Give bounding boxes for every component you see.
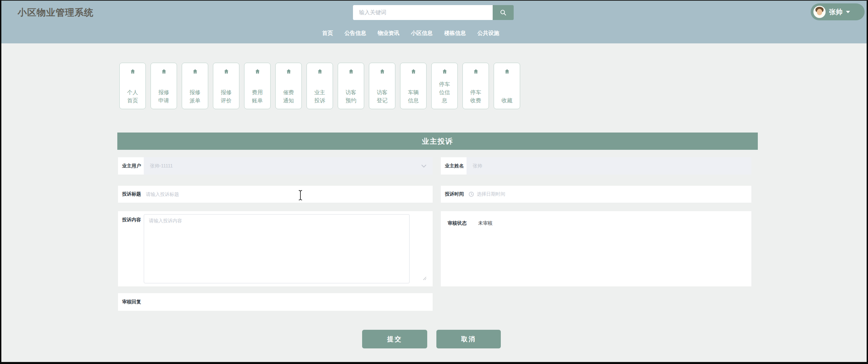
house-icon <box>473 68 479 74</box>
card-repair-review[interactable]: 报修评价 <box>213 63 239 109</box>
search-button[interactable] <box>493 5 514 20</box>
letterbox-top <box>0 0 868 1</box>
nav-item-announcements[interactable]: 公告信息 <box>344 30 366 37</box>
house-icon <box>411 68 416 74</box>
complaint-content-textarea[interactable] <box>144 214 410 283</box>
house-icon <box>255 68 260 74</box>
complaint-time-label-cell: 投诉时间 <box>441 186 467 203</box>
complaint-content-row: 投诉内容 <box>118 211 433 286</box>
search-bar <box>353 5 514 20</box>
owner-user-row: 业主用户 张帅-11111 <box>118 157 433 175</box>
resize-grip-icon[interactable] <box>423 276 427 282</box>
user-name: 张帅 <box>829 7 843 17</box>
house-icon <box>379 68 385 74</box>
review-status-row: 审核状态 未审核 <box>441 211 751 286</box>
text-cursor <box>298 190 303 202</box>
house-icon <box>161 68 167 74</box>
quick-access-cards: 个人首页 报修申请 报修派单 报修评价 费用账单 催费通知 业主投诉 访客预约 <box>119 63 520 109</box>
owner-user-select[interactable]: 张帅-11111 <box>144 157 433 175</box>
complaint-title-label-cell: 投诉标题 <box>118 186 144 203</box>
chevron-down-icon <box>421 163 427 169</box>
house-icon <box>286 68 292 74</box>
search-icon <box>500 9 507 16</box>
letterbox-right <box>867 0 868 364</box>
house-icon <box>130 68 136 74</box>
owner-name-label-cell: 业主姓名 <box>441 157 467 175</box>
app-title: 小区物业管理系统 <box>18 6 94 19</box>
card-repair-dispatch[interactable]: 报修派单 <box>182 63 208 109</box>
complaint-content-label-cell: 投诉内容 <box>118 211 144 286</box>
card-personal-home[interactable]: 个人首页 <box>119 63 146 109</box>
main-nav: 首页 公告信息 物业资讯 小区信息 楼栋信息 公共设施 <box>322 23 499 43</box>
complaint-title-row: 投诉标题 <box>118 186 433 203</box>
card-fee-bill[interactable]: 费用账单 <box>244 63 271 109</box>
top-header: 小区物业管理系统 张帅 首页 公告信息 物业资讯 小区信息 楼栋信息 <box>0 0 868 43</box>
card-parking-space-info[interactable]: 停车位信息 <box>431 63 458 109</box>
owner-name-label: 业主姓名 <box>445 163 464 169</box>
owner-name-placeholder: 张帅 <box>473 163 482 169</box>
review-reply-row[interactable]: 审核回复 <box>118 293 433 311</box>
complaint-content-label: 投诉内容 <box>122 217 141 223</box>
card-favorites[interactable]: 收藏 <box>494 63 520 109</box>
letterbox-bottom <box>0 362 868 364</box>
owner-user-label-cell: 业主用户 <box>118 157 144 175</box>
house-icon <box>223 68 229 74</box>
house-icon <box>442 68 448 74</box>
card-visitor-appointment[interactable]: 访客预约 <box>338 63 364 109</box>
owner-name-row: 业主姓名 张帅 <box>441 157 751 175</box>
letterbox-left <box>0 0 1 364</box>
card-fee-reminder[interactable]: 催费通知 <box>275 63 302 109</box>
owner-user-label: 业主用户 <box>122 163 141 169</box>
avatar <box>813 6 826 18</box>
card-owner-complaint[interactable]: 业主投诉 <box>307 63 333 109</box>
complaint-time-placeholder: 选择日期时间 <box>477 191 505 197</box>
review-status-value: 未审核 <box>478 220 492 226</box>
nav-item-building-info[interactable]: 楼栋信息 <box>444 30 466 37</box>
review-status-label: 审核状态 <box>448 220 467 226</box>
owner-user-value: 张帅-11111 <box>150 163 173 169</box>
house-icon <box>192 68 198 74</box>
complaint-time-label: 投诉时间 <box>445 191 464 197</box>
nav-item-property-news[interactable]: 物业资讯 <box>378 30 399 37</box>
review-reply-label: 审核回复 <box>122 299 141 305</box>
submit-button[interactable]: 提交 <box>362 330 427 348</box>
owner-name-field[interactable]: 张帅 <box>467 157 751 175</box>
card-repair-apply[interactable]: 报修申请 <box>151 63 177 109</box>
form-title: 业主投诉 <box>117 133 758 150</box>
app-root: 小区物业管理系统 张帅 首页 公告信息 物业资讯 小区信息 楼栋信息 <box>0 0 868 364</box>
complaint-title-label: 投诉标题 <box>122 191 141 197</box>
house-icon <box>504 68 510 74</box>
complaint-title-input[interactable] <box>144 186 433 203</box>
nav-item-community-info[interactable]: 小区信息 <box>411 30 433 37</box>
house-icon <box>348 68 354 74</box>
nav-item-public-facilities[interactable]: 公共设施 <box>477 30 499 37</box>
card-visitor-register[interactable]: 访客登记 <box>369 63 395 109</box>
card-vehicle-info[interactable]: 车辆信息 <box>400 63 427 109</box>
nav-item-home[interactable]: 首页 <box>322 30 333 37</box>
cancel-button[interactable]: 取消 <box>436 330 501 348</box>
form-title-text: 业主投诉 <box>422 137 453 146</box>
complaint-time-row: 投诉时间 选择日期时间 <box>441 186 751 203</box>
house-icon <box>317 68 323 74</box>
user-menu[interactable]: 张帅 <box>811 3 865 20</box>
complaint-time-picker[interactable]: 选择日期时间 <box>467 186 751 203</box>
chevron-down-icon <box>846 11 850 13</box>
card-parking-fee[interactable]: 停车收费 <box>462 63 489 109</box>
search-input[interactable] <box>353 5 493 20</box>
clock-icon <box>469 191 474 197</box>
